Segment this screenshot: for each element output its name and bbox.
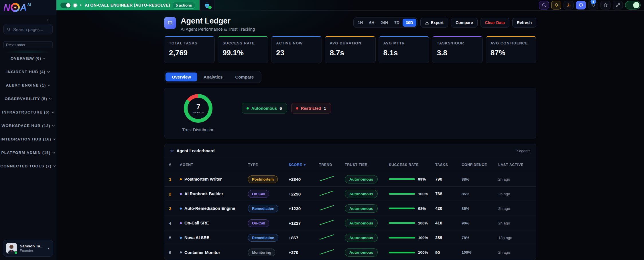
stat-label: TASKS/HOUR [437,41,478,45]
column-header-score[interactable]: SCORE▼ [289,163,319,167]
column-header-[interactable]: # [169,163,180,167]
agent-name: Postmortem Writer [184,177,222,181]
column-header-confidence[interactable]: CONFIDENCE [462,163,498,167]
alarm-bell-icon-button[interactable] [551,1,561,9]
time-range-30d[interactable]: 30D [403,19,416,27]
rank: 1 [169,177,180,182]
search-icon-button[interactable] [539,1,549,9]
time-range-6h[interactable]: 6H [366,19,377,27]
table-row-ai-runbook-builder[interactable]: 2AI Runbook BuilderOn-Call+2298Autonomou… [164,187,536,201]
star-icon-button[interactable] [600,1,610,9]
refresh-button[interactable]: Refresh [512,18,536,28]
notifications-icon-button[interactable]: 4 [588,1,598,9]
stat-value: 2,769 [169,48,210,57]
stat-label: ACTIVE NOW [276,41,317,45]
column-header-type[interactable]: TYPE [248,163,289,167]
expand-icon-button[interactable] [613,1,623,9]
confidence: 85% [462,206,498,211]
table-row-on-call-sre[interactable]: 4On-Call SREOn-Call+1227Autonomous100%41… [164,216,536,230]
tier-cell: Autonomous [345,190,389,198]
column-header-trend[interactable]: TREND [319,163,345,167]
chevron-down-icon [53,138,56,140]
type-cell: Remediation [248,205,289,212]
sidebar-item-workspace-hub-12[interactable]: WORKSPACE HUB (12) [1,121,55,130]
actions-count-badge: 5 actions [173,2,195,9]
page-header: Agent Ledger AI Agent Performance & Trus… [164,17,536,32]
sidebar-item-label: INTEGRATION HUB (16) [1,137,51,141]
agent-name: On-Call SRE [184,221,209,225]
stat-value: 3.8 [437,48,478,57]
success-bar [389,178,415,180]
sidebar-item-label: INCIDENT HUB (4) [6,70,45,74]
auto-resolve-toggle[interactable] [60,3,71,8]
chat-icon-button[interactable] [576,1,586,9]
time-range-24h[interactable]: 24H [377,19,391,27]
reset-order-button[interactable]: Reset order [3,41,53,48]
page-title: Agent Ledger [181,17,255,26]
sun-icon-button[interactable] [564,1,574,9]
restricted-filter-badge[interactable]: Restricted 1 [291,103,331,114]
topbar: ✦ AI ON-CALL ENGINEER (AUTO-RESOLVE) 5 a… [56,0,644,11]
rank: 4 [169,221,180,226]
sidebar-item-alert-engine-1[interactable]: ALERT ENGINE (1) [6,80,50,90]
tier-cell: Autonomous [345,204,389,213]
stat-label: AVG DURATION [330,41,371,45]
success-bar-fill [389,222,415,224]
confidence: 85% [462,192,498,196]
trust-distribution-card: 7 AGENTS Trust Distribution Autonomous 6 [164,88,536,138]
sidebar-item-observability-5[interactable]: OBSERVABILITY (5) [5,94,52,103]
time-range-7d[interactable]: 7D [391,19,403,27]
search-pages-input[interactable] [13,27,50,32]
column-header-tasks[interactable]: TASKS [435,163,462,167]
user-profile-card[interactable]: Samson Ta... Founder ▲ [3,240,53,257]
theme-toggle[interactable] [625,1,641,9]
sun-icon [566,3,571,7]
table-row-container-monitor[interactable]: 6Container MonitorMonitoring+270Autonomo… [164,245,536,260]
sidebar-item-overview-6[interactable]: OVERVIEW (6) [11,53,46,63]
score: +1227 [289,221,319,226]
last-active: 2h ago [498,177,530,181]
sidebar-search [3,24,53,34]
export-button[interactable]: Export [420,18,448,28]
chevron-down-icon [47,71,50,73]
agent-name: Container Monitor [184,250,220,255]
table-row-auto-remediation-engine[interactable]: 3Auto-Remediation EngineRemediation+1230… [164,201,536,216]
table-row-postmortem-writer[interactable]: 1Postmortem WriterPostmortem+2340Autonom… [164,172,536,187]
sidebar-item-integration-hub-16[interactable]: INTEGRATION HUB (16) [1,134,56,144]
table-row-nova-ai-sre[interactable]: 5Nova AI SRERemediation+867Autonomous100… [164,230,536,245]
column-header-success-rate[interactable]: SUCCESS RATE [389,163,435,167]
tab-overview[interactable]: Overview [166,73,197,81]
trust-tier-badge: Autonomous [345,204,378,213]
sidebar-item-platform-admin-15[interactable]: PLATFORM ADMIN (15) [1,148,55,157]
column-header-agent[interactable]: AGENT [180,163,248,167]
success-label: 100% [418,192,428,196]
column-header-trust-tier[interactable]: TRUST TIER [345,163,389,167]
agent-name: Auto-Remediation Engine [184,206,235,211]
autonomous-filter-badge[interactable]: Autonomous 6 [242,103,287,114]
score: +1230 [289,206,319,211]
sidebar-item-connected-tools-7[interactable]: CONNECTED TOOLS (7) [0,161,56,171]
type-badge: On-Call [248,219,269,227]
sidebar-item-label: OBSERVABILITY (5) [5,97,47,101]
sidebar-item-infrastructure-6[interactable]: INFRASTRUCTURE (6) [2,107,54,117]
sidebar-collapse-button[interactable]: ‹ [47,17,49,22]
compare-button[interactable]: Compare [451,18,478,28]
time-range-1h[interactable]: 1H [355,19,366,27]
success-bar-fill [389,208,415,209]
user-menu-expand-icon[interactable]: ▲ [47,247,50,250]
clear-data-button[interactable]: Clear Data [480,18,509,28]
ai-assistant-button[interactable] [200,0,214,10]
trend-cell [319,190,345,198]
agent-status-dot [180,208,182,210]
time-range-group: 1H6H24H7D30D [353,17,417,28]
tab-compare[interactable]: Compare [229,73,260,81]
score: +2340 [289,177,319,182]
logo-letter: A [20,3,27,12]
agents-total: 7 [196,103,200,111]
stat-card-avg-confidence: AVG CONFIDENCE87% [486,36,536,63]
sidebar-item-incident-hub-4[interactable]: INCIDENT HUB (4) [6,67,50,77]
column-header-last-active[interactable]: LAST ACTIVE [498,163,530,167]
tab-analytics[interactable]: Analytics [197,73,229,81]
score: +2298 [289,191,319,196]
stat-card-avg-mttr: AVG MTTR8.1s [379,36,429,63]
